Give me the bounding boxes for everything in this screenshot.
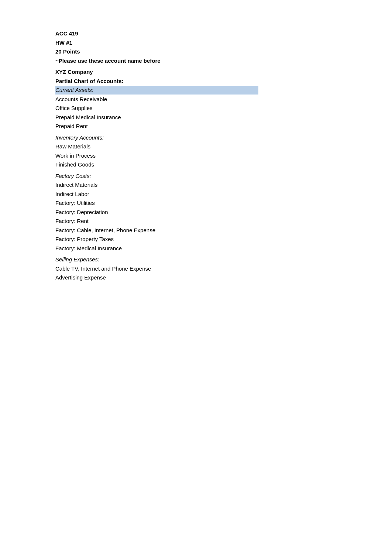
hw-title: HW #1 <box>55 39 258 47</box>
instruction: ~Please use these account name before <box>55 57 258 65</box>
section-0-item-1: Office Supplies <box>55 104 258 113</box>
section-header-2: Factory Costs: <box>55 172 258 181</box>
section-header-1: Inventory Accounts: <box>55 134 258 142</box>
page-container: ACC 419 HW #1 20 Points ~Please use thes… <box>0 0 258 315</box>
section-0-item-0: Accounts Receivable <box>55 95 258 104</box>
chart-title: Partial Chart of Accounts: <box>55 77 258 86</box>
sections-container: Current Assets:Accounts ReceivableOffice… <box>55 86 258 285</box>
section-0-item-2: Prepaid Medical Insurance <box>55 113 258 122</box>
section-1-item-2: Finished Goods <box>55 161 258 169</box>
section-header-0: Current Assets: <box>55 86 258 95</box>
section-2-item-3: Factory: Depreciation <box>55 208 258 217</box>
section-2-item-0: Indirect Materials <box>55 181 258 189</box>
section-1-item-0: Raw Materials <box>55 143 258 151</box>
section-header-3: Selling Expenses: <box>55 255 258 264</box>
section-2-item-1: Indirect Labor <box>55 190 258 199</box>
section-2-item-2: Factory: Utilities <box>55 199 258 207</box>
points: 20 Points <box>55 48 258 56</box>
course-title: ACC 419 <box>55 30 258 38</box>
section-0-item-3: Prepaid Rent <box>55 122 258 131</box>
section-2-item-4: Factory: Rent <box>55 217 258 226</box>
section-2-item-5: Factory: Cable, Internet, Phone Expense <box>55 226 258 235</box>
section-1-item-1: Work in Process <box>55 152 258 160</box>
section-2-item-6: Factory: Property Taxes <box>55 235 258 244</box>
section-2-item-7: Factory: Medical Insurance <box>55 244 258 253</box>
section-3-item-0: Cable TV, Internet and Phone Expense <box>55 265 258 273</box>
section-3-item-1: Advertising Expense <box>55 274 258 282</box>
company-name: XYZ Company <box>55 68 258 76</box>
